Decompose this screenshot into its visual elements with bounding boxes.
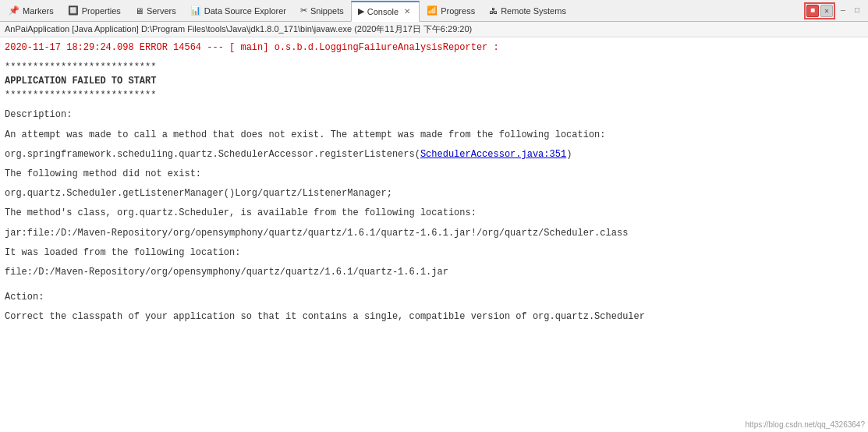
console-line: It was loaded from the following locatio… xyxy=(5,246,863,260)
tab-remote-systems[interactable]: 🖧 Remote Systems xyxy=(482,0,573,21)
tab-datasource[interactable]: 📊 Data Source Explorer xyxy=(183,0,293,21)
console-link[interactable]: SchedulerAccessor.java:351 xyxy=(420,149,566,160)
watermark: https://blog.csdn.net/qq_4326364? xyxy=(746,420,865,429)
console-line xyxy=(5,122,863,127)
tab-snippets[interactable]: ✂ Snippets xyxy=(293,0,351,21)
console-text: org.springframework.scheduling.quartz.Sc… xyxy=(5,149,420,160)
tab-properties[interactable]: 🔲 Properties xyxy=(61,0,128,21)
tab-remote-systems-label: Remote Systems xyxy=(501,6,566,16)
console-line: An attempt was made to call a method tha… xyxy=(5,128,863,142)
console-line: org.quartz.Scheduler.getListenerManager(… xyxy=(5,186,863,200)
markers-icon: 📌 xyxy=(9,5,19,16)
console-line xyxy=(5,161,863,167)
console-line: Action: xyxy=(5,290,863,304)
console-line: Description: xyxy=(5,108,863,122)
console-line: *************************** xyxy=(5,88,863,102)
console-line xyxy=(5,279,863,285)
info-bar: AnPaiApplication [Java Application] D:\P… xyxy=(0,22,868,37)
window-controls: ■ ✕ — □ xyxy=(804,2,866,19)
console-line xyxy=(5,200,863,206)
minimize-button[interactable]: — xyxy=(837,5,849,17)
console-line: *************************** xyxy=(5,60,863,74)
console-line: 2020-11-17 18:29:24.098 ERROR 14564 --- … xyxy=(5,41,863,55)
console-line: APPLICATION FAILED TO START xyxy=(5,74,863,88)
console-line: file:/D:/Maven-Repository/org/opensympho… xyxy=(5,265,863,279)
servers-icon: 🖥 xyxy=(135,6,143,16)
tab-servers[interactable]: 🖥 Servers xyxy=(128,0,183,21)
tab-properties-label: Properties xyxy=(82,6,121,16)
console-line xyxy=(5,285,863,290)
info-bar-text: AnPaiApplication [Java Application] D:\P… xyxy=(5,24,472,34)
console-line: org.springframework.scheduling.quartz.Sc… xyxy=(5,147,863,161)
tab-servers-label: Servers xyxy=(147,6,176,16)
stop-close-group: ■ ✕ xyxy=(804,2,835,19)
console-text-after: ) xyxy=(566,149,572,160)
snippets-icon: ✂ xyxy=(300,5,307,16)
tab-console-close[interactable]: ✕ xyxy=(402,6,413,17)
console-line xyxy=(5,240,863,246)
tab-bar: 📌 Markers 🔲 Properties 🖥 Servers 📊 Data … xyxy=(0,0,868,22)
close-button[interactable]: ✕ xyxy=(820,5,833,17)
console-line: The method's class, org.quartz.Scheduler… xyxy=(5,206,863,220)
console-line: Correct the classpath of your applicatio… xyxy=(5,310,863,324)
tab-datasource-label: Data Source Explorer xyxy=(204,6,286,16)
tab-console-label: Console xyxy=(367,7,399,16)
maximize-button[interactable]: □ xyxy=(851,5,863,17)
console-line xyxy=(5,260,863,265)
properties-icon: 🔲 xyxy=(68,5,79,16)
console-output[interactable]: 2020-11-17 18:29:24.098 ERROR 14564 --- … xyxy=(0,37,868,432)
console-icon: ▶ xyxy=(358,6,364,16)
console-line xyxy=(5,142,863,147)
tab-markers-label: Markers xyxy=(23,6,54,16)
tab-progress-label: Progress xyxy=(441,6,475,16)
stop-button[interactable]: ■ xyxy=(806,5,819,17)
console-line: jar:file:/D:/Maven-Repository/org/opensy… xyxy=(5,226,863,240)
console-line xyxy=(5,55,863,60)
console-line xyxy=(5,102,863,108)
tab-progress[interactable]: 📶 Progress xyxy=(420,0,482,21)
datasource-icon: 📊 xyxy=(190,5,201,16)
tab-console[interactable]: ▶ Console ✕ xyxy=(351,1,420,22)
tab-markers[interactable]: 📌 Markers xyxy=(2,0,61,21)
tab-snippets-label: Snippets xyxy=(310,6,344,16)
console-line: The following method did not exist: xyxy=(5,167,863,181)
console-line xyxy=(5,304,863,310)
console-line xyxy=(5,181,863,186)
progress-icon: 📶 xyxy=(427,5,438,16)
remote-systems-icon: 🖧 xyxy=(489,6,498,16)
console-line xyxy=(5,220,863,225)
